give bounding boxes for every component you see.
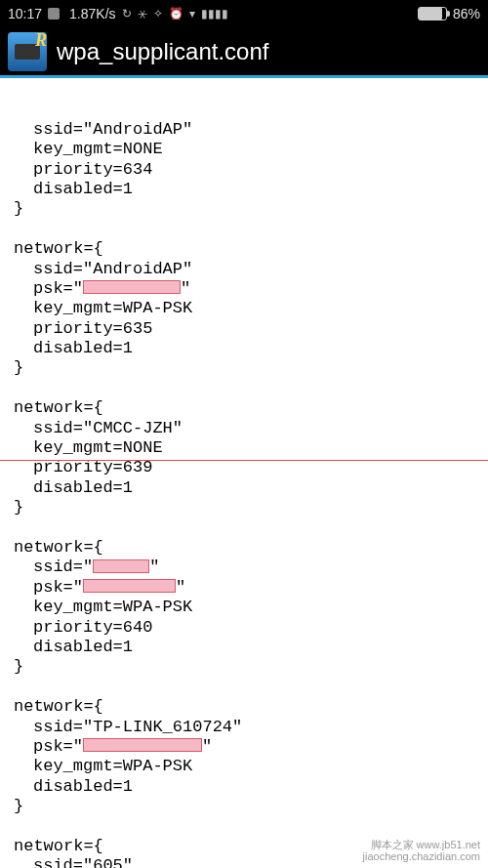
code-line bbox=[0, 220, 488, 239]
code-line bbox=[0, 678, 488, 697]
code-line: psk="" bbox=[0, 737, 488, 757]
status-right: 86% bbox=[418, 6, 480, 21]
app-icon-letter: R bbox=[35, 30, 47, 51]
redacted-value bbox=[93, 559, 149, 573]
code-line: key_mgmt=WPA-PSK bbox=[0, 299, 488, 318]
code-line: key_mgmt=NONE bbox=[0, 140, 488, 159]
watermark-line1: 脚本之家 www.jb51.net bbox=[363, 839, 480, 850]
battery-icon bbox=[418, 7, 447, 21]
code-line: ssid="AndroidAP" bbox=[0, 260, 488, 279]
code-line: ssid="AndroidAP" bbox=[0, 120, 488, 140]
code-line: key_mgmt=NONE bbox=[0, 438, 488, 458]
code-line: priority=640 bbox=[0, 618, 488, 638]
code-line: priority=635 bbox=[0, 319, 488, 339]
redacted-value bbox=[83, 579, 176, 593]
code-line bbox=[0, 518, 488, 538]
battery-pct: 86% bbox=[453, 6, 480, 21]
code-line: key_mgmt=WPA-PSK bbox=[0, 757, 488, 776]
signal-icon: ▮▮▮▮ bbox=[201, 7, 228, 21]
notification-icon bbox=[48, 8, 60, 20]
code-line: priority=639 bbox=[0, 458, 488, 477]
code-line: network={ bbox=[0, 398, 488, 418]
redacted-value bbox=[83, 738, 202, 752]
status-mid: 1.87K/s ↻ ⚹ ✧ ⏰ ▾ ▮▮▮▮ bbox=[69, 6, 227, 21]
vibrate-icon: ✧ bbox=[153, 7, 163, 21]
status-time: 10:17 bbox=[8, 6, 42, 21]
redacted-value bbox=[83, 280, 181, 294]
code-line: priority=634 bbox=[0, 160, 488, 180]
code-line: ssid="TP-LINK_610724" bbox=[0, 718, 488, 737]
code-line bbox=[0, 379, 488, 398]
status-bar: 10:17 1.87K/s ↻ ⚹ ✧ ⏰ ▾ ▮▮▮▮ 86% bbox=[0, 0, 488, 27]
battery-fill bbox=[419, 8, 442, 20]
code-line: disabled=1 bbox=[0, 638, 488, 657]
code-line: network={ bbox=[0, 239, 488, 259]
watermark-line2: jiaocheng.chazidian.com bbox=[363, 850, 480, 862]
wifi-icon: ▾ bbox=[189, 7, 195, 21]
code-line: ssid="" bbox=[0, 558, 488, 577]
code-line: key_mgmt=WPA-PSK bbox=[0, 598, 488, 617]
status-speed: 1.87K/s bbox=[69, 6, 115, 21]
code-line: disabled=1 bbox=[0, 478, 488, 498]
app-icon[interactable]: R bbox=[8, 32, 47, 71]
app-header: R wpa_supplicant.conf bbox=[0, 27, 488, 78]
code-line: network={ bbox=[0, 538, 488, 558]
code-line: } bbox=[0, 657, 488, 677]
code-line bbox=[0, 816, 488, 836]
file-content[interactable]: ssid="AndroidAP"key_mgmt=NONEpriority=63… bbox=[0, 78, 488, 868]
code-line: disabled=1 bbox=[0, 777, 488, 797]
code-line: } bbox=[0, 358, 488, 378]
code-line: } bbox=[0, 498, 488, 517]
status-left: 10:17 bbox=[8, 6, 60, 21]
code-line: disabled=1 bbox=[0, 180, 488, 199]
watermark: 脚本之家 www.jb51.net jiaocheng.chazidian.co… bbox=[363, 839, 480, 862]
code-line: psk="" bbox=[0, 279, 488, 299]
bluetooth-icon: ⚹ bbox=[138, 7, 147, 21]
app-title: wpa_supplicant.conf bbox=[57, 38, 268, 65]
code-line: network={ bbox=[0, 697, 488, 717]
code-line: ssid="CMCC-JZH" bbox=[0, 419, 488, 438]
code-line: disabled=1 bbox=[0, 339, 488, 358]
code-line: } bbox=[0, 797, 488, 816]
alarm-icon: ⏰ bbox=[169, 7, 183, 21]
code-line: psk="" bbox=[0, 578, 488, 598]
code-line: } bbox=[0, 199, 488, 219]
highlight-line bbox=[0, 460, 488, 461]
sync-icon: ↻ bbox=[122, 7, 132, 21]
